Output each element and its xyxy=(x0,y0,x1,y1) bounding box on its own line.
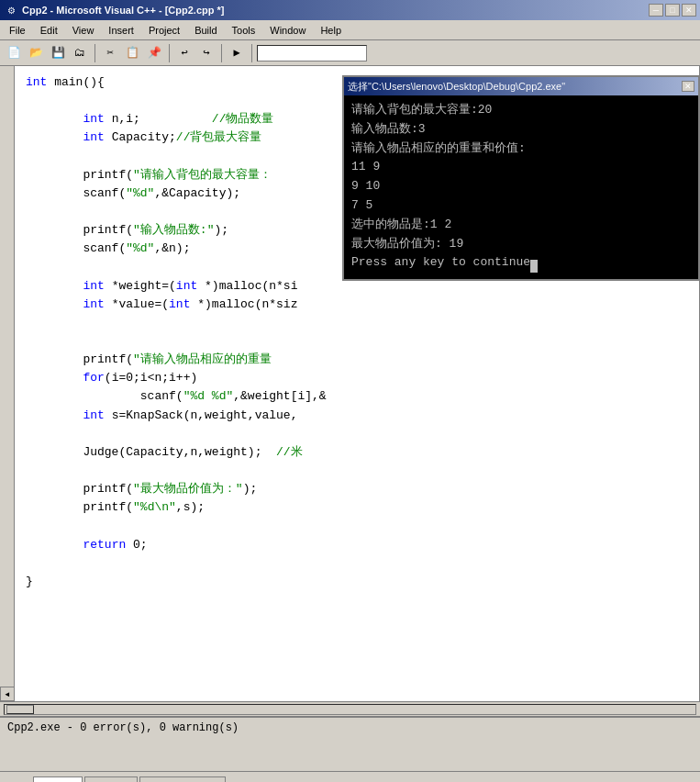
redo-button[interactable]: ↪ xyxy=(196,43,217,63)
copy-button[interactable]: 📋 xyxy=(122,43,142,63)
horizontal-scrollbar[interactable] xyxy=(0,701,700,716)
main-area: ◄ int main(){ int n,i; //物品数量 int Capaci… xyxy=(0,66,700,701)
app-icon: ⚙ xyxy=(4,3,18,17)
output-panel: Cpp2.exe - 0 error(s), 0 warning(s) xyxy=(0,716,700,771)
console-close-button[interactable]: ✕ xyxy=(682,81,694,92)
tab-debug[interactable]: Debug xyxy=(84,776,138,782)
console-line-9: Press any key to continue xyxy=(351,253,691,273)
search-input[interactable] xyxy=(257,45,367,61)
tab-bar: ◄ ► Build Debug Find in Files 1 ◄ ► xyxy=(0,771,700,782)
left-panel: ◄ xyxy=(0,66,15,701)
save-button[interactable]: 💾 xyxy=(48,43,68,63)
paste-button[interactable]: 📌 xyxy=(144,43,164,63)
title-bar-buttons: ─ □ ✕ xyxy=(649,4,696,17)
title-bar: ⚙ Cpp2 - Microsoft Visual C++ - [Cpp2.cp… xyxy=(0,0,700,20)
menu-edit[interactable]: Edit xyxy=(33,23,65,38)
cut-button[interactable]: ✂ xyxy=(100,43,120,63)
maximize-button[interactable]: □ xyxy=(665,4,680,17)
tab-build[interactable]: Build xyxy=(33,776,83,782)
console-line-1: 请输入背包的最大容量:20 xyxy=(351,101,691,120)
menu-insert[interactable]: Insert xyxy=(101,23,141,38)
separator-4 xyxy=(251,44,252,62)
menu-build[interactable]: Build xyxy=(187,23,224,38)
output-text: Cpp2.exe - 0 error(s), 0 warning(s) xyxy=(7,721,693,734)
menu-view[interactable]: View xyxy=(65,23,102,38)
separator-1 xyxy=(94,44,95,62)
menu-window[interactable]: Window xyxy=(262,23,313,38)
menu-tools[interactable]: Tools xyxy=(225,23,263,38)
toolbar: 📄 📂 💾 🗂 ✂ 📋 📌 ↩ ↪ ▶ xyxy=(0,40,700,66)
scroll-track[interactable] xyxy=(4,704,696,715)
console-output: 请输入背包的最大容量:20 输入物品数:3 请输入物品相应的的重量和价值: 11… xyxy=(344,95,698,279)
console-line-4: 11 9 xyxy=(351,158,691,177)
console-cursor xyxy=(530,260,538,273)
menu-help[interactable]: Help xyxy=(313,23,349,38)
scroll-thumb[interactable] xyxy=(6,705,34,714)
console-line-6: 7 5 xyxy=(351,196,691,216)
build-button[interactable]: ▶ xyxy=(227,43,247,63)
left-panel-scroll[interactable]: ◄ xyxy=(0,687,15,701)
console-line-7: 选中的物品是:1 2 xyxy=(351,216,691,235)
console-title-text: 选择"C:\Users\lenovo\Desktop\Debug\Cpp2.ex… xyxy=(348,80,682,94)
console-line-2: 输入物品数:3 xyxy=(351,120,691,140)
menu-file[interactable]: File xyxy=(2,23,33,38)
save-all-button[interactable]: 🗂 xyxy=(70,43,90,63)
title-text: Cpp2 - Microsoft Visual C++ - [Cpp2.cpp … xyxy=(22,5,649,16)
close-button[interactable]: ✕ xyxy=(682,4,696,17)
new-button[interactable]: 📄 xyxy=(4,43,24,63)
console-title-bar[interactable]: 选择"C:\Users\lenovo\Desktop\Debug\Cpp2.ex… xyxy=(344,77,698,95)
minimize-button[interactable]: ─ xyxy=(649,4,663,17)
console-window: 选择"C:\Users\lenovo\Desktop\Debug\Cpp2.ex… xyxy=(342,75,700,281)
tab-find-in-files[interactable]: Find in Files 1 xyxy=(139,776,226,782)
console-line-8: 最大物品价值为: 19 xyxy=(351,235,691,254)
menu-bar: File Edit View Insert Project Build Tool… xyxy=(0,20,700,40)
separator-2 xyxy=(169,44,170,62)
undo-button[interactable]: ↩ xyxy=(174,43,194,63)
separator-3 xyxy=(221,44,222,62)
console-line-5: 9 10 xyxy=(351,177,691,196)
open-button[interactable]: 📂 xyxy=(26,43,46,63)
menu-project[interactable]: Project xyxy=(141,23,187,38)
console-line-3: 请输入物品相应的的重量和价值: xyxy=(351,140,691,159)
